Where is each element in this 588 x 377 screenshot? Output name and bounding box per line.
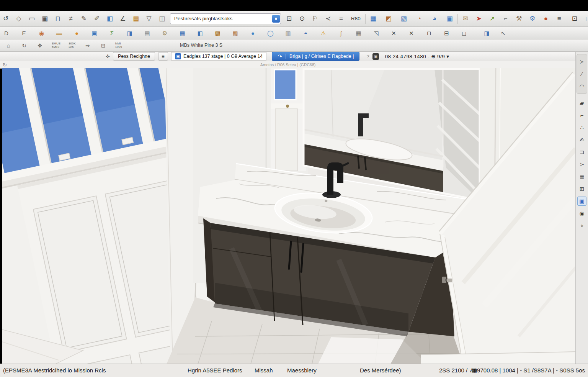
archive-icon[interactable]: ▧ (399, 14, 409, 24)
compass-icon[interactable]: ↻ (3, 62, 7, 68)
green-pen-icon[interactable]: ➚ (487, 14, 497, 24)
figure-icon[interactable]: ◫ (157, 14, 167, 24)
tools-icon[interactable]: ⚙ (160, 28, 170, 38)
crate-icon[interactable]: ▩ (213, 28, 222, 38)
chair-icon[interactable]: ⊓ (424, 28, 434, 38)
search-button[interactable] (272, 15, 280, 23)
help-icon[interactable]: ? (366, 54, 369, 59)
angle-icon[interactable]: ∠ (118, 14, 128, 24)
crate-pro-icon[interactable]: ▩ (230, 28, 240, 38)
render-monitor-icon[interactable]: ▰ (577, 98, 586, 108)
forward-icon[interactable]: ⇒ (83, 41, 92, 50)
image-icon[interactable]: ⊞ (577, 184, 586, 193)
equals-icon[interactable]: = (336, 14, 346, 24)
polygon-icon[interactable]: ⊐ (577, 148, 586, 157)
chevron-next-icon[interactable]: ≻ (577, 57, 586, 66)
pointer-icon[interactable]: ⌖ (577, 221, 586, 230)
people-icon[interactable]: ◩ (384, 14, 394, 24)
stock-label[interactable]: 800K 225 (68, 42, 77, 49)
person-orange-icon[interactable]: ◔ (414, 14, 424, 24)
blue-monitor-icon[interactable]: ◨ (482, 28, 492, 38)
toolbar-primary-colored-icons: ▦◩▧◔◕▣ (368, 14, 455, 24)
fixture-icon[interactable]: ◧ (105, 14, 115, 24)
tool-blue-icon[interactable]: ⚙ (528, 14, 537, 24)
scatter-dots-icon[interactable]: ∴ (577, 123, 586, 132)
squiggle-icon[interactable]: ∫ (336, 28, 346, 38)
letter-e-icon[interactable]: E (19, 28, 29, 38)
pin-icon[interactable]: ✜ (106, 54, 110, 59)
donut-icon[interactable]: ◉ (37, 28, 46, 38)
flag-icon[interactable]: ⚐ (310, 14, 320, 24)
red-slope-icon[interactable]: ➤ (474, 14, 484, 24)
arc-corner-icon[interactable]: ◹ (371, 28, 381, 38)
spline-icon[interactable]: ⌐ (577, 111, 586, 120)
cursor-icon[interactable]: ↖ (498, 28, 508, 38)
badge-field[interactable]: ⊞ Eadgles 137 stage | 0 G9 Average 14 (171, 52, 266, 61)
render-settings-button[interactable]: ↷ Briga | g / Girlses E Ragbede | (272, 52, 359, 61)
sphere-icon[interactable]: ● (248, 28, 258, 38)
ball-icon[interactable]: ● (72, 28, 82, 38)
delete-icon[interactable]: ✕ (389, 28, 399, 38)
warning-icon[interactable]: ⚠ (318, 28, 328, 38)
nmi-label[interactable]: NMI 1999 (114, 42, 123, 49)
pan-icon[interactable]: ✥ (35, 41, 44, 50)
path-point-icon[interactable]: ≻ (577, 160, 586, 169)
arc-icon[interactable]: ◠ (577, 82, 586, 91)
pencil-icon[interactable]: ✎ (79, 14, 89, 24)
hammer-icon[interactable]: ⚒ (514, 14, 524, 24)
page-flip-icon[interactable]: ⌐ (501, 14, 511, 24)
half-panel-icon[interactable]: ◧ (195, 28, 205, 38)
material-swatch-icon[interactable]: ▤ (131, 14, 141, 24)
red-dot-icon[interactable]: ● (541, 14, 551, 24)
target-icon[interactable]: ⊙ (297, 14, 307, 24)
breadcrumb-text[interactable]: Amotos / R06 Setea | (GRC68) (260, 62, 316, 67)
render-viewport[interactable] (2, 68, 576, 364)
hatch-icon[interactable]: ≠ (66, 14, 76, 24)
undo-icon[interactable]: ↺ (1, 14, 11, 24)
split-panel-icon[interactable]: ◨ (125, 28, 134, 38)
brush-icon[interactable]: ∕ (577, 69, 586, 79)
grid-blue-icon[interactable]: ▦ (178, 28, 187, 38)
camera-chip-icon[interactable]: ▣ (372, 53, 379, 60)
blue-badge-icon[interactable]: ▣ (90, 28, 99, 38)
letter-d-icon[interactable]: D (2, 28, 11, 38)
pen-icon[interactable]: ✐ (92, 14, 102, 24)
lines-icon[interactable]: ≡ (554, 14, 564, 24)
select-rect-icon[interactable]: ▭ (27, 14, 37, 24)
frame-icon[interactable]: ◻ (459, 28, 469, 38)
orbit-icon[interactable]: ↻ (20, 41, 29, 50)
monitor-icon[interactable]: ▣ (445, 14, 455, 24)
photo-mail-icon[interactable]: ✉ (461, 14, 470, 24)
library-search[interactable] (170, 13, 281, 24)
sigma-icon[interactable]: Σ (107, 28, 117, 38)
polyline-icon[interactable]: ⊓ (53, 14, 63, 24)
chevron-left-icon[interactable]: ≺ (323, 14, 333, 24)
box-3d-icon[interactable]: ⊡ (284, 14, 294, 24)
form-icon[interactable]: ▤ (142, 28, 152, 38)
room-box-icon[interactable]: ▣ (40, 14, 50, 24)
table-icon[interactable]: ▦ (354, 28, 363, 38)
board-icon[interactable]: ▬ (54, 28, 64, 38)
camera-icon[interactable]: ◉ (577, 209, 586, 218)
smus-label[interactable]: SMUS 5M19 (51, 42, 61, 49)
drawer-icon[interactable]: ⊟ (99, 41, 108, 50)
framed-view-icon[interactable]: ▣ (577, 197, 586, 206)
funnel-icon[interactable]: ▽ (144, 14, 154, 24)
empty-box-icon[interactable]: ◻ (583, 14, 588, 24)
search-input[interactable] (173, 15, 272, 22)
zoom-level-label[interactable]: R80 (349, 16, 363, 21)
cabinet-icon[interactable]: ⊟ (442, 28, 451, 38)
annotate-icon[interactable]: ✍ (577, 135, 586, 144)
pass-heights-button[interactable]: Pess Recighne (113, 52, 155, 61)
menu-button[interactable]: ≡ (158, 52, 168, 61)
stack-icon[interactable]: ▥ (283, 28, 293, 38)
ring-icon[interactable]: ◯ (266, 28, 275, 38)
layers-icon[interactable]: ≣ (577, 172, 586, 181)
half-circle-icon[interactable]: ◓ (301, 28, 310, 38)
filled-box-icon[interactable]: ⊡ (570, 14, 580, 24)
home-icon[interactable]: ⌂ (4, 41, 13, 50)
window-schedule-icon[interactable]: ▦ (368, 14, 378, 24)
eraser-icon[interactable]: ◇ (14, 14, 24, 24)
person-blue-icon[interactable]: ◕ (430, 14, 439, 24)
delete-alt-icon[interactable]: ✕ (407, 28, 416, 38)
